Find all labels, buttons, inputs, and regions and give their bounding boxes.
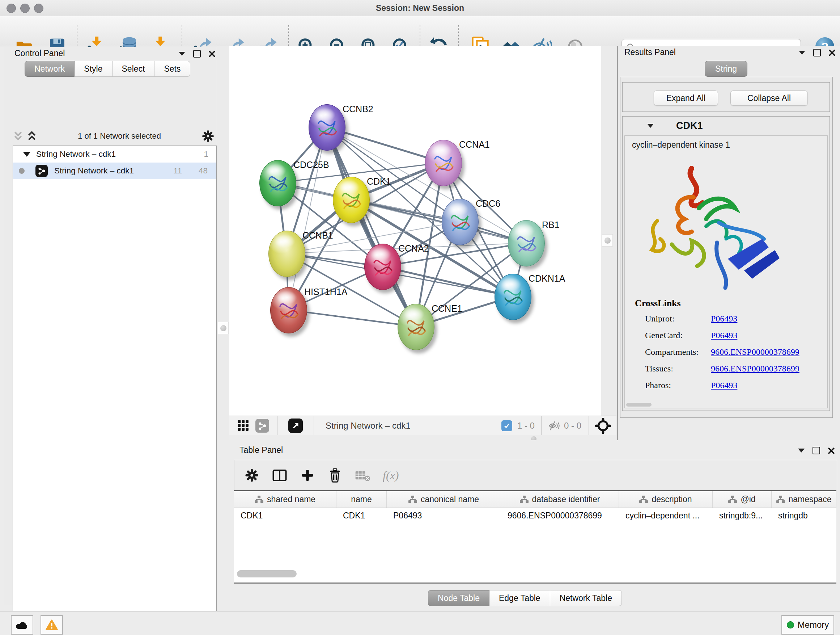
- table-row[interactable]: CDK1CDK1P064939606.ENSP00000378699cyclin…: [234, 508, 836, 523]
- tab-edge-table[interactable]: Edge Table: [489, 590, 550, 606]
- grid-view-icon[interactable]: [237, 420, 249, 432]
- left-splitter[interactable]: [217, 46, 229, 440]
- protein-ribbon-icon: [398, 304, 434, 350]
- crosslink-row: Compartments:9606.ENSP00000378699: [645, 347, 819, 364]
- network-view-title: String Network – cdk1: [325, 421, 411, 431]
- horizontal-splitter[interactable]: [229, 435, 616, 440]
- cytoscape-window: Session: New Session: [0, 0, 840, 635]
- column-header-namespace[interactable]: namespace: [772, 491, 836, 508]
- network-canvas[interactable]: CCNB2CCNA1CDC25BCDK1CDC6RB1CCNB1CCNA2CDK…: [229, 46, 601, 416]
- panel-close-icon[interactable]: [829, 50, 835, 56]
- protein-ribbon-icon: [333, 177, 369, 223]
- birdseye-toggle-icon[interactable]: [288, 418, 303, 433]
- protein-card-header[interactable]: CDK1: [622, 117, 829, 135]
- column-header--id[interactable]: @id: [713, 491, 772, 508]
- protein-node-CCNA2[interactable]: [364, 244, 401, 290]
- column-type-icon: [728, 496, 737, 504]
- selection-summary: 1 of 1 Network selected: [37, 131, 202, 141]
- memory-button[interactable]: Memory: [782, 615, 834, 635]
- column-type-icon: [776, 496, 785, 504]
- protein-ribbon-icon: [495, 274, 531, 320]
- panel-menu-icon[interactable]: [798, 448, 805, 453]
- protein-ribbon-icon: [508, 220, 545, 266]
- tree-expander-icon[interactable]: [23, 152, 30, 157]
- protein-node-CDC6[interactable]: [442, 199, 478, 245]
- results-panel-title: Results Panel: [624, 48, 676, 57]
- table-scrollbar-thumb[interactable]: [237, 570, 297, 578]
- protein-node-CCNA1[interactable]: [425, 140, 462, 186]
- tab-select[interactable]: Select: [112, 61, 155, 77]
- left-splitter-grip[interactable]: [218, 322, 229, 334]
- delete-column-trash-icon[interactable]: [328, 468, 342, 483]
- control-panel-tabs: NetworkStyleSelectSets: [25, 61, 190, 77]
- column-header-shared-name[interactable]: shared name: [234, 491, 336, 508]
- selected-checkbox[interactable]: [501, 420, 512, 431]
- column-header-name[interactable]: name: [336, 491, 387, 508]
- panel-float-icon[interactable]: [193, 50, 201, 57]
- column-header-canonical-name[interactable]: canonical name: [387, 491, 501, 508]
- network-node-count: 11: [174, 166, 182, 176]
- memory-status-dot: [787, 621, 794, 629]
- add-column-icon[interactable]: [300, 468, 315, 483]
- table-header-row: shared namenamecanonical namedatabase id…: [234, 491, 836, 508]
- protein-detail-card: CDK1 cyclin–dependent kinase 1: [622, 116, 830, 411]
- crosslink-link[interactable]: P06493: [711, 380, 737, 397]
- tab-string[interactable]: String: [705, 61, 747, 77]
- protein-node-CCNB1[interactable]: [268, 231, 305, 277]
- protein-node-CDC25B[interactable]: [259, 160, 296, 206]
- protein-node-RB1[interactable]: [508, 220, 545, 266]
- right-splitter-grip[interactable]: [602, 234, 613, 247]
- network-edge: [288, 310, 416, 326]
- collapse-card-icon[interactable]: [647, 124, 654, 128]
- collapse-all-button[interactable]: Collapse All: [730, 90, 808, 106]
- collapse-all-icon[interactable]: [13, 130, 24, 142]
- crosslinks-title: CrossLinks: [635, 298, 681, 309]
- table-cell: CDK1: [336, 508, 387, 523]
- warnings-button[interactable]: [41, 615, 63, 635]
- show-columns-icon[interactable]: [272, 468, 287, 483]
- network-collection-row[interactable]: String Network – cdk1 1: [13, 146, 216, 163]
- tab-node-table[interactable]: Node Table: [428, 590, 489, 606]
- column-header-database-identifier[interactable]: database identifier: [501, 491, 619, 508]
- panel-menu-icon[interactable]: [179, 52, 185, 56]
- panel-menu-icon[interactable]: [799, 51, 805, 55]
- crosslink-link[interactable]: 9606.ENSP00000378699: [711, 347, 799, 364]
- network-share-icon[interactable]: [256, 419, 269, 432]
- node-table: shared namenamecanonical namedatabase id…: [234, 490, 836, 584]
- network-options-gear-icon[interactable]: [202, 130, 215, 143]
- expand-all-button[interactable]: Expand All: [654, 90, 718, 106]
- protein-ribbon-icon: [425, 140, 462, 186]
- tab-network[interactable]: Network: [25, 61, 74, 77]
- panel-close-icon[interactable]: [828, 448, 835, 454]
- crosslink-link[interactable]: P06493: [711, 331, 737, 347]
- main-toolbar: ?: [0, 16, 840, 46]
- panel-close-icon[interactable]: [209, 51, 215, 57]
- tab-style[interactable]: Style: [74, 61, 112, 77]
- expand-all-icon[interactable]: [27, 130, 37, 142]
- protein-node-CCNE1[interactable]: [398, 304, 434, 350]
- protein-node-CDK1[interactable]: [333, 177, 370, 223]
- panel-float-icon[interactable]: [813, 447, 820, 454]
- control-panel-title: Control Panel: [14, 49, 65, 58]
- protein-ribbon-icon: [271, 287, 307, 333]
- cloud-status-button[interactable]: [11, 615, 33, 635]
- column-header-description[interactable]: description: [619, 491, 713, 508]
- expand-collapse-box: Expand All Collapse All: [622, 82, 830, 112]
- table-options-gear-icon[interactable]: [245, 468, 259, 483]
- protein-node-HIST1H1A[interactable]: [270, 287, 307, 333]
- crosslink-link[interactable]: P06493: [711, 314, 737, 331]
- title-bar: Session: New Session: [0, 0, 840, 16]
- network-row[interactable]: String Network – cdk1 11 48: [13, 163, 216, 179]
- table-panel-header-icons: [798, 447, 835, 454]
- fit-selected-crosshair-icon[interactable]: [595, 417, 611, 434]
- tab-sets[interactable]: Sets: [155, 61, 190, 77]
- crosslink-link[interactable]: 9606.ENSP00000378699: [711, 364, 799, 380]
- results-scrollbar-thumb[interactable]: [626, 403, 652, 407]
- column-type-icon: [409, 496, 417, 504]
- protein-node-CDKN1A[interactable]: [494, 274, 531, 320]
- right-splitter[interactable]: [601, 46, 616, 440]
- protein-node-CCNB2[interactable]: [309, 104, 346, 150]
- protein-name: CDK1: [676, 120, 703, 131]
- tab-network-table[interactable]: Network Table: [550, 590, 622, 606]
- panel-float-icon[interactable]: [813, 49, 821, 57]
